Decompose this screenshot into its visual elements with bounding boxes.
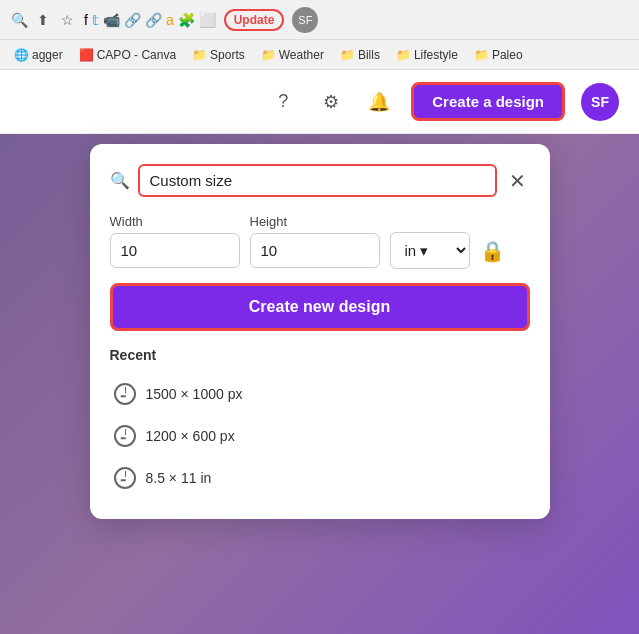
height-label: Height — [250, 214, 380, 229]
bookmark-label: Bills — [358, 48, 380, 62]
search-icon: 🔍 — [110, 171, 130, 190]
app-area: ? ⚙ 🔔 Create a design SF 🔍 ✕ Width Heigh — [0, 70, 639, 634]
recent-item-1[interactable]: 1500 × 1000 px — [110, 373, 530, 415]
clock-icon-2 — [114, 425, 136, 447]
folder-icon: 📁 — [340, 48, 355, 62]
recent-text-1: 1500 × 1000 px — [146, 386, 243, 402]
create-design-button[interactable]: Create a design — [411, 82, 565, 121]
browser-bar: 🔍 ⬆ ☆ f 𝕥 📹 🔗 🔗 a 🧩 ⬜ Update SF — [0, 0, 639, 40]
height-group: Height — [250, 214, 380, 268]
bookmark-star-icon[interactable]: ☆ — [58, 11, 76, 29]
bookmark-label: Lifestyle — [414, 48, 458, 62]
unit-label-spacer: u — [390, 213, 470, 228]
search-icon[interactable]: 🔍 — [10, 11, 28, 29]
bookmark-weather[interactable]: 📁 Weather — [255, 46, 330, 64]
create-new-design-button[interactable]: Create new design — [110, 283, 530, 331]
width-label: Width — [110, 214, 240, 229]
bookmark-bills[interactable]: 📁 Bills — [334, 46, 386, 64]
bookmark-lifestyle[interactable]: 📁 Lifestyle — [390, 46, 464, 64]
browser-avatar[interactable]: SF — [292, 7, 318, 33]
unit-select-wrap: u in ▾ px cm mm — [390, 213, 470, 269]
bell-icon[interactable]: 🔔 — [363, 86, 395, 118]
recent-item-3[interactable]: 8.5 × 11 in — [110, 457, 530, 499]
folder-icon: 📁 — [396, 48, 411, 62]
settings-icon[interactable]: ⚙ — [315, 86, 347, 118]
bookmark-label: Sports — [210, 48, 245, 62]
share-icon[interactable]: ⬆ — [34, 11, 52, 29]
capo-icon: 🟥 — [79, 48, 94, 62]
bookmark-capo[interactable]: 🟥 CAPO - Canva — [73, 46, 182, 64]
globe-icon: 🌐 — [14, 48, 29, 62]
modal-search-row: 🔍 ✕ — [110, 164, 530, 197]
bookmark-agger[interactable]: 🌐 agger — [8, 46, 69, 64]
bookmark-sports[interactable]: 📁 Sports — [186, 46, 251, 64]
folder-icon: 📁 — [474, 48, 489, 62]
unit-select[interactable]: in ▾ px cm mm — [390, 232, 470, 269]
width-group: Width — [110, 214, 240, 268]
canva-header: ? ⚙ 🔔 Create a design SF — [0, 70, 639, 134]
bookmarks-bar: 🌐 agger 🟥 CAPO - Canva 📁 Sports 📁 Weathe… — [0, 40, 639, 70]
favicon-row: f 𝕥 📹 🔗 🔗 a 🧩 ⬜ — [84, 12, 216, 28]
folder-icon: 📁 — [192, 48, 207, 62]
update-button[interactable]: Update — [224, 9, 285, 31]
bookmark-label: agger — [32, 48, 63, 62]
user-avatar[interactable]: SF — [581, 83, 619, 121]
bookmark-label: Paleo — [492, 48, 523, 62]
bookmark-label: CAPO - Canva — [97, 48, 176, 62]
folder-icon: 📁 — [261, 48, 276, 62]
custom-size-modal: 🔍 ✕ Width Height u in ▾ px — [90, 144, 550, 519]
recent-text-2: 1200 × 600 px — [146, 428, 235, 444]
bookmark-paleo[interactable]: 📁 Paleo — [468, 46, 529, 64]
height-input[interactable] — [250, 233, 380, 268]
bookmark-label: Weather — [279, 48, 324, 62]
custom-size-search-input[interactable] — [138, 164, 497, 197]
browser-nav-icons: 🔍 ⬆ ☆ — [10, 11, 76, 29]
width-input[interactable] — [110, 233, 240, 268]
close-button[interactable]: ✕ — [505, 165, 530, 197]
modal-overlay: 🔍 ✕ Width Height u in ▾ px — [0, 134, 639, 634]
recent-text-3: 8.5 × 11 in — [146, 470, 212, 486]
clock-icon-3 — [114, 467, 136, 489]
lock-icon[interactable]: 🔒 — [480, 239, 505, 263]
dimensions-row: Width Height u in ▾ px cm mm 🔒 — [110, 213, 530, 269]
clock-icon-1 — [114, 383, 136, 405]
recent-item-2[interactable]: 1200 × 600 px — [110, 415, 530, 457]
recent-label: Recent — [110, 347, 530, 363]
help-icon[interactable]: ? — [267, 86, 299, 118]
